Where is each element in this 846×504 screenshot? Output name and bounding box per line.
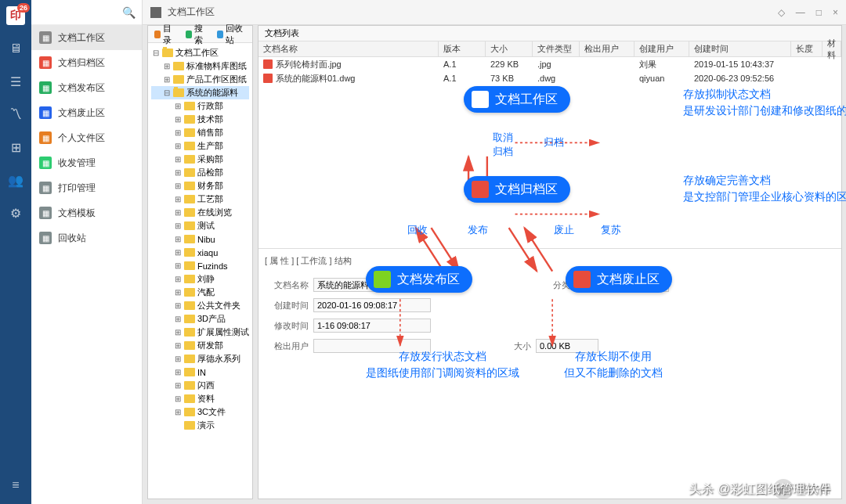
page-title: 文档工作区 [168,5,215,19]
tree-node[interactable]: ⊞Fuzinds [151,259,249,272]
users-icon[interactable]: 👥 [6,171,25,189]
tree-node[interactable]: ⊞产品工作区图纸 [151,73,249,86]
expand-icon[interactable]: ⊞ [173,155,182,164]
expand-icon[interactable]: ⊞ [173,115,182,124]
expand-icon[interactable]: ⊞ [173,381,182,390]
expand-icon[interactable]: ⊞ [173,182,182,190]
expand-icon[interactable]: ⊞ [173,195,182,203]
expand-icon[interactable]: ⊞ [173,261,182,270]
expand-icon[interactable]: ⊞ [173,275,182,283]
collapse-icon[interactable]: ≡ [6,476,25,495]
nav-item-7[interactable]: ▦文档模板 [31,200,142,225]
expand-icon[interactable]: ⊞ [173,368,182,376]
tree-node[interactable]: ⊞扩展属性测试 [151,326,249,339]
table-row[interactable]: 系统的能源料01.dwgA.173 KB.dwgqiyuan2020-06-23… [258,71,841,85]
tree-node[interactable]: ⊞财务部 [151,179,249,193]
gear-icon[interactable]: ⚙ [6,203,25,222]
col-size[interactable]: 大小 [486,41,533,56]
tree-node[interactable]: ⊞3D产品 [151,312,249,326]
form-tabs[interactable]: [ 属 性 ] [ 工作流 ] 结构 [265,255,835,271]
tree-node[interactable]: ⊞闪西 [151,379,249,392]
expand-icon[interactable]: ⊞ [162,62,171,70]
col-ctime[interactable]: 创建时间 [689,41,791,56]
list-tab[interactable]: 文档列表 [258,26,841,41]
tree-node[interactable]: ⊞生产部 [151,139,249,153]
expand-icon[interactable]: ⊞ [173,328,182,337]
nav-item-8[interactable]: ▦回收站 [31,225,142,250]
input-ctime[interactable] [313,298,431,312]
input-category[interactable] [575,278,669,292]
expand-icon[interactable]: ⊟ [151,49,160,57]
col-version[interactable]: 版本 [439,41,486,56]
table-row[interactable]: 系列轮椅封面.jpgA.1229 KB.jpg刘果2019-01-15 10:4… [258,57,841,71]
nav-item-6[interactable]: ▦打印管理 [31,175,142,200]
tree-node[interactable]: ⊞技术部 [151,113,249,126]
tree-node[interactable]: ⊞公共文件夹 [151,299,249,312]
col-creator[interactable]: 创建用户 [634,41,689,56]
tree-node[interactable]: ⊟文档工作区 [151,46,249,59]
tree-node[interactable]: ⊞厚德永系列 [151,352,249,365]
list-icon[interactable]: ☰ [6,72,25,91]
input-mtime[interactable] [313,319,431,333]
tree-node[interactable]: ⊞品检部 [151,166,249,179]
col-type[interactable]: 文件类型 [533,41,580,56]
tree-node[interactable]: ⊞刘静 [151,272,249,286]
tree-node[interactable]: ⊞IN [151,365,249,379]
tree-node[interactable]: ⊟系统的能源料 [151,86,249,99]
expand-icon[interactable]: ⊞ [173,394,182,403]
tree-node[interactable]: ⊞标准物料库图纸 [151,59,249,73]
tree-node[interactable]: ⊞行政部 [151,99,249,113]
nav-item-3[interactable]: ▦文档废止区 [31,100,142,125]
expand-icon[interactable]: ⊞ [173,142,182,150]
tree-node[interactable]: ⊞工艺部 [151,193,249,206]
expand-icon[interactable]: ⊞ [173,341,182,350]
expand-icon[interactable]: ⊞ [173,128,182,137]
expand-icon[interactable]: ⊞ [173,355,182,363]
tree-node[interactable]: ⊞研发部 [151,339,249,352]
tree-node[interactable]: ⊞Nibu [151,232,249,246]
expand-icon[interactable]: ⊞ [162,75,171,84]
tree-node[interactable]: ⊞在线浏览 [151,206,249,219]
expand-icon[interactable]: ⊞ [173,221,182,230]
nav-search-bar[interactable]: 🔍 [31,0,142,25]
col-length[interactable]: 长度 [791,41,822,56]
window-diamond[interactable]: ◇ [778,7,785,18]
col-material[interactable]: 材料 [822,41,841,56]
nav-item-5[interactable]: ▦收发管理 [31,150,142,175]
tree-node[interactable]: ⊞汽配 [151,286,249,299]
tree-node[interactable]: 演示 [151,419,249,432]
tree-node[interactable]: ⊞xiaqu [151,246,249,259]
expand-icon[interactable]: ⊞ [173,408,182,416]
expand-icon[interactable]: ⊞ [173,315,182,323]
expand-icon[interactable]: ⊞ [173,102,182,110]
expand-icon[interactable]: ⊞ [173,288,182,297]
expand-icon[interactable]: ⊞ [173,301,182,310]
nav-item-1[interactable]: ▦文档归档区 [31,50,142,75]
col-checkout[interactable]: 检出用户 [580,41,634,56]
tree-body[interactable]: ⊟文档工作区⊞标准物料库图纸⊞产品工作区图纸⊟系统的能源料⊞行政部⊞技术部⊞销售… [148,43,252,499]
input-size[interactable] [536,339,598,353]
window-minimize[interactable]: — [796,7,805,18]
tree-node[interactable]: ⊞3C文件 [151,405,249,419]
nav-item-4[interactable]: ▦个人文件区 [31,125,142,150]
window-maximize[interactable]: □ [816,7,822,18]
nav-item-0[interactable]: ▦文档工作区 [31,25,142,50]
tree-node[interactable]: ⊞销售部 [151,126,249,139]
col-name[interactable]: 文档名称 [258,41,439,56]
monitor-icon[interactable]: 🖥 [6,39,25,58]
chart-icon[interactable]: 〽 [6,105,25,124]
tree-node[interactable]: ⊞采购部 [151,153,249,166]
expand-icon[interactable]: ⊞ [173,248,182,257]
expand-icon[interactable]: ⊞ [173,208,182,217]
app-logo[interactable]: 印26 [6,6,25,25]
window-close[interactable]: × [833,7,838,18]
nav-item-2[interactable]: ▦文档发布区 [31,75,142,100]
input-checkout[interactable] [313,339,431,353]
tree-node[interactable]: ⊞资料 [151,392,249,405]
expand-icon[interactable]: ⊞ [173,235,182,243]
expand-icon[interactable]: ⊞ [173,168,182,177]
input-docname[interactable] [313,278,431,292]
puzzle-icon[interactable]: ⊞ [6,138,25,157]
expand-icon[interactable]: ⊟ [162,88,171,97]
tree-node[interactable]: ⊞测试 [151,219,249,232]
